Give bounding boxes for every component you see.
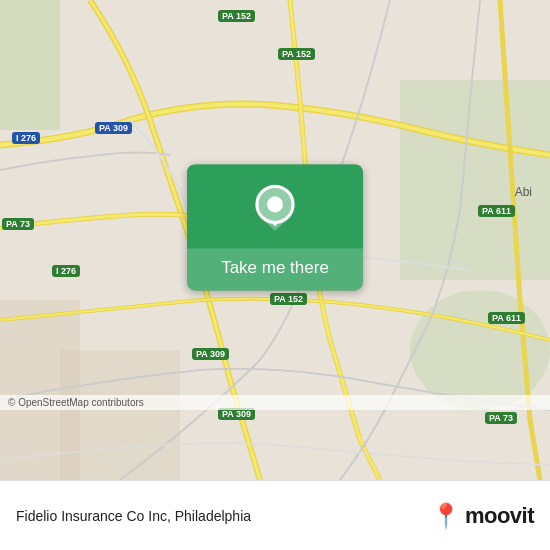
moovit-icon: 📍	[431, 502, 461, 530]
road-badge-pa152-top1: PA 152	[218, 10, 255, 22]
map-container: I 276 PA 309 PA 73 I 276 PA 152 PA 152 P…	[0, 0, 550, 480]
road-badge-i276-left: I 276	[12, 132, 40, 144]
info-bar: Fidelio Insurance Co Inc, Philadelphia 📍…	[0, 480, 550, 550]
take-me-there-label: Take me there	[187, 248, 363, 290]
road-badge-pa152-mid: PA 152	[270, 293, 307, 305]
copyright-bar: © OpenStreetMap contributors	[0, 395, 550, 410]
place-label-abi: Abi	[515, 185, 532, 199]
road-badge-pa309-left: I 276	[52, 265, 80, 277]
pin-icon	[253, 182, 297, 236]
road-badge-pa309-mid: PA 309	[192, 348, 229, 360]
svg-rect-1	[0, 0, 60, 130]
svg-point-9	[268, 196, 282, 210]
road-badge-i276-mid: PA 309	[95, 122, 132, 134]
road-badge-pa611-top: PA 611	[478, 205, 515, 217]
location-name: Fidelio Insurance Co Inc, Philadelphia	[16, 508, 251, 524]
svg-rect-2	[400, 80, 550, 280]
road-badge-pa73-bot: PA 73	[485, 412, 517, 424]
road-badge-pa152-top2: PA 152	[278, 48, 315, 60]
take-me-there-button[interactable]: Take me there	[187, 164, 363, 290]
road-badge-pa73: PA 73	[2, 218, 34, 230]
svg-rect-5	[60, 350, 180, 480]
moovit-logo: 📍 moovit	[431, 502, 534, 530]
road-badge-pa611-bot: PA 611	[488, 312, 525, 324]
pin-icon-area	[187, 164, 363, 248]
moovit-text: moovit	[465, 503, 534, 529]
copyright-text: © OpenStreetMap contributors	[8, 397, 144, 408]
